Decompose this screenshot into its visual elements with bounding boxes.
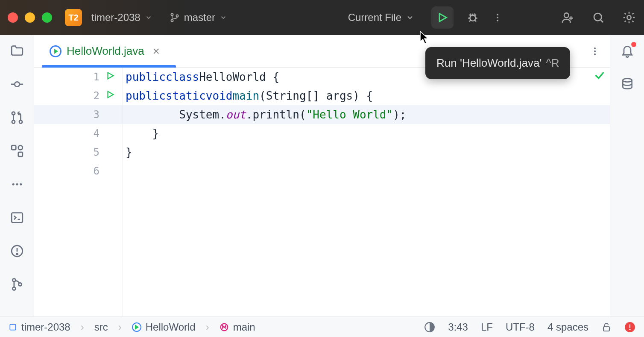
crumb-src: src bbox=[94, 321, 108, 333]
line-separator[interactable]: LF bbox=[481, 321, 493, 333]
tab-options-button[interactable] bbox=[588, 44, 602, 59]
svg-point-28 bbox=[594, 50, 596, 52]
run-tooltip: Run 'HelloWorld.java'^R bbox=[425, 47, 570, 79]
chevron-down-icon bbox=[220, 14, 227, 21]
keyword: void bbox=[206, 89, 233, 102]
lock-icon[interactable] bbox=[601, 322, 612, 332]
tooltip-shortcut: ^R bbox=[546, 56, 559, 69]
code-text: } bbox=[126, 146, 132, 159]
gutter[interactable]: 1 2 3 4 5 6 bbox=[34, 68, 123, 316]
run-button[interactable] bbox=[431, 6, 454, 29]
vcs-tool-button[interactable] bbox=[9, 276, 25, 293]
crumb-class: HelloWorld bbox=[146, 321, 196, 333]
tooltip-text: Run 'HelloWorld.java' bbox=[436, 56, 542, 69]
settings-button[interactable] bbox=[622, 10, 636, 25]
play-icon bbox=[436, 12, 448, 24]
branch-selector[interactable]: master bbox=[166, 12, 231, 24]
tab-filename: HelloWorld.java bbox=[67, 44, 144, 58]
crumb-project: timer-2038 bbox=[21, 321, 70, 333]
reader-mode-icon[interactable] bbox=[424, 322, 435, 333]
code-text: ); bbox=[393, 108, 406, 121]
breadcrumb[interactable]: timer-2038 › src › HelloWorld › main bbox=[9, 321, 255, 333]
editor-tab-active[interactable]: HelloWorld.java × bbox=[42, 35, 167, 67]
pull-request-icon bbox=[10, 110, 24, 125]
pull-requests-tool-button[interactable] bbox=[9, 109, 25, 126]
project-selector[interactable]: timer-2038 bbox=[88, 12, 156, 24]
svg-point-27 bbox=[594, 47, 596, 49]
run-gutter-icon[interactable] bbox=[105, 90, 115, 102]
line-number: 4 bbox=[94, 127, 100, 139]
module-icon bbox=[9, 323, 17, 331]
database-icon bbox=[621, 77, 634, 91]
minimize-window-button[interactable] bbox=[25, 12, 35, 23]
notifications-button[interactable] bbox=[619, 43, 635, 59]
cursor-position[interactable]: 3:43 bbox=[448, 321, 468, 333]
project-badge: T2 bbox=[65, 9, 82, 26]
branch-icon bbox=[170, 12, 180, 23]
warning-circle-icon bbox=[10, 244, 24, 258]
crumb-method: main bbox=[233, 321, 255, 333]
right-tool-rail bbox=[610, 35, 644, 316]
inspection-ok-icon[interactable] bbox=[594, 69, 606, 84]
debug-button[interactable] bbox=[465, 10, 480, 25]
field: out bbox=[226, 108, 246, 121]
close-tab-button[interactable]: × bbox=[153, 44, 160, 58]
code-content[interactable]: public class HelloWorld { public static … bbox=[123, 68, 610, 316]
svg-point-29 bbox=[594, 53, 596, 55]
run-config-label: Current File bbox=[348, 12, 401, 24]
project-tool-button[interactable] bbox=[9, 43, 25, 59]
svg-point-2 bbox=[176, 15, 178, 17]
line-number: 1 bbox=[94, 71, 100, 83]
indent-setting[interactable]: 4 spaces bbox=[547, 321, 588, 333]
more-actions-button[interactable] bbox=[490, 10, 505, 25]
problems-tool-button[interactable] bbox=[9, 243, 25, 259]
titlebar: T2 timer-2038 master Current File bbox=[0, 0, 644, 35]
svg-rect-15 bbox=[12, 145, 16, 150]
close-window-button[interactable] bbox=[8, 12, 18, 23]
svg-point-18 bbox=[12, 183, 14, 186]
search-icon bbox=[592, 11, 605, 24]
code-text: (String[] args) { bbox=[259, 89, 373, 102]
svg-point-7 bbox=[497, 20, 498, 21]
svg-point-20 bbox=[20, 183, 22, 186]
code-with-me-button[interactable] bbox=[560, 10, 575, 25]
project-name: timer-2038 bbox=[91, 12, 141, 24]
file-encoding[interactable]: UTF-8 bbox=[506, 321, 535, 333]
svg-point-11 bbox=[15, 82, 19, 86]
gear-icon bbox=[622, 11, 636, 24]
code-editor[interactable]: 1 2 3 4 5 6 public class HelloWorld { pu… bbox=[34, 68, 610, 316]
more-vertical-icon bbox=[492, 12, 503, 23]
svg-point-39 bbox=[629, 328, 630, 330]
error-indicator-icon[interactable] bbox=[624, 322, 635, 333]
code-text: .println( bbox=[246, 108, 306, 121]
line-number: 3 bbox=[94, 109, 100, 121]
method-icon bbox=[220, 322, 229, 332]
terminal-icon bbox=[10, 210, 24, 225]
bug-icon bbox=[466, 11, 480, 24]
database-tool-button[interactable] bbox=[619, 76, 635, 92]
more-tools-button[interactable] bbox=[9, 176, 25, 192]
svg-point-23 bbox=[16, 254, 18, 255]
svg-point-5 bbox=[497, 14, 498, 15]
svg-point-6 bbox=[497, 17, 498, 18]
svg-point-32 bbox=[623, 79, 632, 82]
svg-point-24 bbox=[12, 279, 15, 282]
svg-point-14 bbox=[19, 120, 22, 123]
crumb-sep: › bbox=[118, 321, 122, 333]
commit-tool-button[interactable] bbox=[9, 76, 25, 92]
svg-point-19 bbox=[16, 183, 18, 186]
search-button[interactable] bbox=[591, 10, 606, 25]
svg-point-12 bbox=[12, 112, 15, 115]
svg-point-25 bbox=[12, 287, 15, 290]
svg-point-0 bbox=[171, 14, 173, 16]
svg-point-13 bbox=[12, 120, 15, 123]
run-config-selector[interactable]: Current File bbox=[345, 12, 418, 24]
left-tool-rail bbox=[0, 35, 34, 316]
commit-icon bbox=[10, 77, 24, 92]
structure-tool-button[interactable] bbox=[9, 143, 25, 159]
maximize-window-button[interactable] bbox=[42, 12, 52, 23]
run-gutter-icon[interactable] bbox=[105, 71, 115, 83]
code-text: HelloWorld { bbox=[199, 71, 279, 83]
terminal-tool-button[interactable] bbox=[9, 210, 25, 226]
svg-marker-3 bbox=[439, 14, 446, 22]
